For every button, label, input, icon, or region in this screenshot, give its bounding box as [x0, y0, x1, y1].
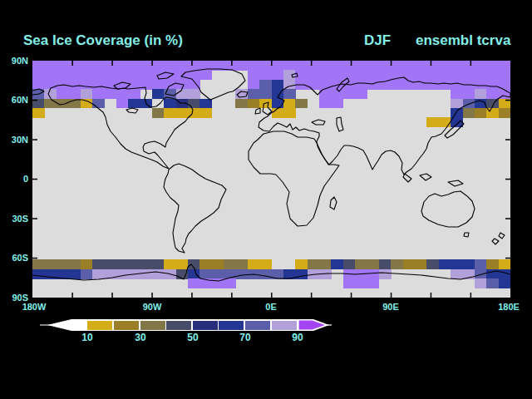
y-axis-label-60s: 60S: [0, 253, 28, 263]
ice-cell: [486, 278, 499, 288]
ice-cell: [367, 269, 380, 279]
ice-cell: [486, 70, 499, 80]
ice-cell: [475, 89, 487, 99]
ice-cell: [415, 80, 427, 90]
ice-cell: [415, 61, 427, 71]
ice-cell: [116, 70, 129, 80]
ice-cell: [92, 269, 105, 279]
ice-cell: [439, 61, 451, 71]
ice-cell: [367, 80, 380, 90]
ice-cell: [475, 259, 487, 269]
ice-cell: [272, 99, 284, 109]
ice-cell: [308, 80, 320, 90]
ice-cell: [81, 80, 93, 90]
ice-cell: [140, 269, 152, 279]
ice-cell: [439, 70, 451, 80]
ice-cell: [44, 70, 57, 80]
ice-cell: [104, 89, 116, 99]
ice-cell: [116, 259, 129, 269]
colorbar-segments: [87, 321, 296, 330]
ice-cell: [391, 80, 403, 90]
ice-cell: [259, 269, 272, 279]
ice-cell: [308, 61, 320, 71]
ice-cell: [486, 89, 499, 99]
colorbar-overflow-arrow-outline: [298, 319, 329, 331]
ice-cell: [355, 259, 367, 269]
ice-cell: [331, 89, 343, 99]
ice-cell: [355, 61, 367, 71]
ice-cell: [319, 99, 332, 109]
ice-cell: [104, 70, 116, 80]
ice-cell: [92, 80, 105, 90]
ice-cell: [331, 99, 343, 109]
ice-cell: [259, 61, 272, 71]
ice-cell: [164, 259, 176, 269]
ice-cell: [499, 61, 510, 71]
ice-cell: [200, 259, 212, 269]
x-axis-label-0e: 0E: [265, 302, 276, 312]
ice-cell: [200, 108, 212, 118]
ice-cell: [343, 89, 356, 99]
ice-cell: [475, 70, 487, 80]
colorbar-label-10: 10: [81, 332, 92, 343]
ice-cell: [259, 259, 272, 269]
colorbar-segment-40-50: [166, 321, 191, 330]
ice-cell: [259, 80, 272, 90]
ice-cell: [32, 70, 45, 80]
ice-cell: [32, 80, 45, 90]
plot-window: Sea Ice Coverage (in %) DJF ensembl tcrv…: [0, 0, 532, 399]
colorbar-segment-30-40: [140, 321, 165, 330]
colorbar-segment-10-20: [87, 321, 112, 330]
ice-cell: [486, 80, 499, 90]
ice-cell: [152, 108, 165, 118]
ice-cell: [248, 259, 260, 269]
ice-cell: [235, 99, 248, 109]
colorbar-segment-60-70: [219, 321, 244, 330]
ice-cell: [319, 70, 332, 80]
ice-cell: [68, 269, 81, 279]
ice-cell: [81, 61, 93, 71]
ice-cell: [44, 99, 57, 109]
ice-cell: [92, 70, 105, 80]
ice-cell: [391, 259, 403, 269]
ice-cell: [343, 70, 356, 80]
ice-cell: [451, 89, 463, 99]
x-axis-label-90w: 90W: [143, 302, 162, 312]
ice-cell: [32, 61, 45, 71]
y-axis-label-30s: 30S: [0, 214, 28, 224]
ice-cell: [499, 278, 510, 288]
season-label: DJF: [364, 32, 391, 49]
ice-cell: [475, 278, 487, 288]
ice-cell: [379, 70, 392, 80]
ice-cell: [188, 61, 200, 71]
ice-cell: [331, 61, 343, 71]
ice-cell: [403, 61, 416, 71]
ice-cell: [475, 269, 487, 279]
ice-cell: [451, 70, 463, 80]
plot-title: Sea Ice Coverage (in %): [23, 32, 183, 49]
colorbar-label-90: 90: [292, 332, 303, 343]
ice-cell: [81, 259, 93, 269]
colorbar-label-50: 50: [187, 332, 198, 343]
ice-cell: [308, 70, 320, 80]
ice-cell: [57, 89, 69, 99]
ice-cell: [57, 70, 69, 80]
ice-cell: [415, 259, 427, 269]
ice-cell: [379, 269, 392, 279]
ice-cell: [463, 99, 475, 109]
ice-cell: [272, 108, 284, 118]
ice-cell: [331, 70, 343, 80]
ice-cell: [140, 61, 152, 71]
ice-cell: [248, 99, 260, 109]
ice-cell: [343, 259, 356, 269]
ice-cell: [283, 70, 296, 80]
ice-cell: [295, 99, 308, 109]
ice-cell: [248, 89, 260, 99]
ice-cell: [152, 89, 165, 99]
ice-cell: [439, 117, 451, 127]
ice-cell: [499, 70, 510, 80]
map-canvas: [32, 61, 510, 298]
ice-cell: [248, 80, 260, 90]
colorbar-segment-80-90: [272, 321, 297, 330]
ice-cell: [152, 269, 165, 279]
